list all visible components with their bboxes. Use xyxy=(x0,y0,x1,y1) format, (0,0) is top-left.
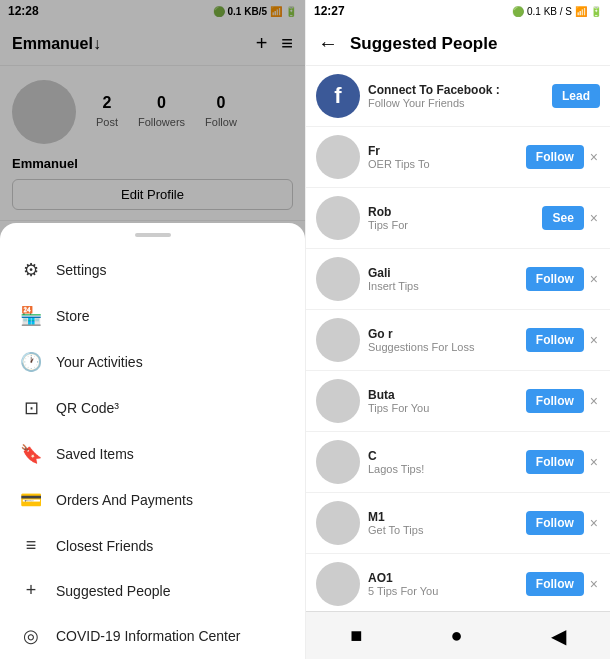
menu-item-covid[interactable]: ◎ COVID-19 Information Center xyxy=(0,613,305,659)
suggested-name: Gali xyxy=(368,266,518,280)
dismiss-button[interactable]: × xyxy=(588,515,600,531)
suggested-sub: Tips For xyxy=(368,219,534,231)
right-header: ← Suggested People xyxy=(306,22,610,66)
menu-item-saved[interactable]: 🔖 Saved Items xyxy=(0,431,305,477)
sheet-handle xyxy=(135,233,171,237)
back-button[interactable]: ← xyxy=(318,32,338,55)
follow-button[interactable]: Follow xyxy=(526,328,584,352)
suggested-actions: Follow × xyxy=(526,145,600,169)
friends-icon: ≡ xyxy=(20,535,42,556)
suggested-sub: Suggestions For Loss xyxy=(368,341,518,353)
suggested-list: f Connect To Facebook : Follow Your Frie… xyxy=(306,66,610,611)
list-item: AO1 5 Tips For You Follow × xyxy=(306,554,610,611)
suggested-sub: 5 Tips For You xyxy=(368,585,518,597)
see-button[interactable]: See xyxy=(542,206,583,230)
list-item: C Lagos Tips! Follow × xyxy=(306,432,610,493)
avatar xyxy=(316,440,360,484)
suggested-actions: Follow × xyxy=(526,328,600,352)
suggested-sub: Insert Tips xyxy=(368,280,518,292)
avatar xyxy=(316,135,360,179)
suggested-sub: Get To Tips xyxy=(368,524,518,536)
menu-item-qrcode[interactable]: ⊡ QR Code³ xyxy=(0,385,305,431)
follow-button[interactable]: Follow xyxy=(526,450,584,474)
suggested-sub: Follow Your Friends xyxy=(368,97,544,109)
follow-button[interactable]: Follow xyxy=(526,267,584,291)
store-icon: 🏪 xyxy=(20,305,42,327)
dismiss-button[interactable]: × xyxy=(588,210,600,226)
bookmark-icon: 🔖 xyxy=(20,443,42,465)
bottom-nav-right: ■ ● ◀ xyxy=(306,611,610,659)
list-item: Go r Suggestions For Loss Follow × xyxy=(306,310,610,371)
suggested-info: Fr OER Tips To xyxy=(368,144,518,170)
suggested-sub: Lagos Tips! xyxy=(368,463,518,475)
dismiss-button[interactable]: × xyxy=(588,149,600,165)
suggested-actions: Follow × xyxy=(526,389,600,413)
suggested-info: C Lagos Tips! xyxy=(368,449,518,475)
list-item: Gali Insert Tips Follow × xyxy=(306,249,610,310)
list-item: f Connect To Facebook : Follow Your Frie… xyxy=(306,66,610,127)
dismiss-button[interactable]: × xyxy=(588,576,600,592)
suggested-name: C xyxy=(368,449,518,463)
suggested-actions: Lead xyxy=(552,84,600,108)
dismiss-button[interactable]: × xyxy=(588,454,600,470)
suggested-name: Connect To Facebook : xyxy=(368,83,544,97)
suggested-info: Gali Insert Tips xyxy=(368,266,518,292)
suggested-name: Rob xyxy=(368,205,534,219)
nav-back-right[interactable]: ◀ xyxy=(551,624,566,648)
menu-item-suggested-people[interactable]: + Suggested People xyxy=(0,568,305,613)
suggested-info: AO1 5 Tips For You xyxy=(368,571,518,597)
suggested-info: Buta Tips For You xyxy=(368,388,518,414)
suggested-sub: Tips For You xyxy=(368,402,518,414)
nav-square-right[interactable]: ■ xyxy=(350,624,362,647)
lead-button[interactable]: Lead xyxy=(552,84,600,108)
bottom-sheet: ⚙ Settings 🏪 Store 🕐 Your Activities ⊡ Q… xyxy=(0,223,305,659)
dismiss-button[interactable]: × xyxy=(588,393,600,409)
page-title: Suggested People xyxy=(350,34,497,54)
suggested-sub: OER Tips To xyxy=(368,158,518,170)
list-item: Buta Tips For You Follow × xyxy=(306,371,610,432)
follow-button[interactable]: Follow xyxy=(526,145,584,169)
avatar xyxy=(316,379,360,423)
activities-icon: 🕐 xyxy=(20,351,42,373)
follow-button[interactable]: Follow xyxy=(526,511,584,535)
suggested-info: Go r Suggestions For Loss xyxy=(368,327,518,353)
suggested-info: Rob Tips For xyxy=(368,205,534,231)
follow-button[interactable]: Follow xyxy=(526,389,584,413)
avatar xyxy=(316,196,360,240)
avatar xyxy=(316,257,360,301)
status-icons-right: 🟢 0.1 KB / S 📶 🔋 xyxy=(512,6,602,17)
menu-item-closest-friends[interactable]: ≡ Closest Friends xyxy=(0,523,305,568)
settings-icon: ⚙ xyxy=(20,259,42,281)
facebook-icon: f xyxy=(334,83,341,109)
suggested-name: AO1 xyxy=(368,571,518,585)
avatar xyxy=(316,562,360,606)
suggested-actions: Follow × xyxy=(526,511,600,535)
battery-icon-right: 🔋 xyxy=(590,6,602,17)
suggested-name: Go r xyxy=(368,327,518,341)
suggested-name: M1 xyxy=(368,510,518,524)
suggested-actions: Follow × xyxy=(526,572,600,596)
suggested-info: M1 Get To Tips xyxy=(368,510,518,536)
card-icon: 💳 xyxy=(20,489,42,511)
right-panel: 12:27 🟢 0.1 KB / S 📶 🔋 ← Suggested Peopl… xyxy=(305,0,610,659)
left-panel: 12:28 🟢 0.1 KB/5 📶 🔋 Emmanuel↓ + ≡ 2 Pos… xyxy=(0,0,305,659)
covid-icon: ◎ xyxy=(20,625,42,647)
menu-item-settings[interactable]: ⚙ Settings xyxy=(0,247,305,293)
suggested-info: Connect To Facebook : Follow Your Friend… xyxy=(368,83,544,109)
follow-button[interactable]: Follow xyxy=(526,572,584,596)
suggested-actions: See × xyxy=(542,206,600,230)
menu-item-activities[interactable]: 🕐 Your Activities xyxy=(0,339,305,385)
list-item: Fr OER Tips To Follow × xyxy=(306,127,610,188)
menu-item-orders[interactable]: 💳 Orders And Payments xyxy=(0,477,305,523)
time-right: 12:27 xyxy=(314,4,345,18)
dismiss-button[interactable]: × xyxy=(588,332,600,348)
signal-icon-right: 📶 xyxy=(575,6,587,17)
facebook-avatar: f xyxy=(316,74,360,118)
notification-icon-right: 🟢 xyxy=(512,6,524,17)
suggested-people-icon: + xyxy=(20,580,42,601)
menu-item-store[interactable]: 🏪 Store xyxy=(0,293,305,339)
dismiss-button[interactable]: × xyxy=(588,271,600,287)
nav-home-right[interactable]: ● xyxy=(450,624,462,647)
suggested-name: Buta xyxy=(368,388,518,402)
qr-icon: ⊡ xyxy=(20,397,42,419)
